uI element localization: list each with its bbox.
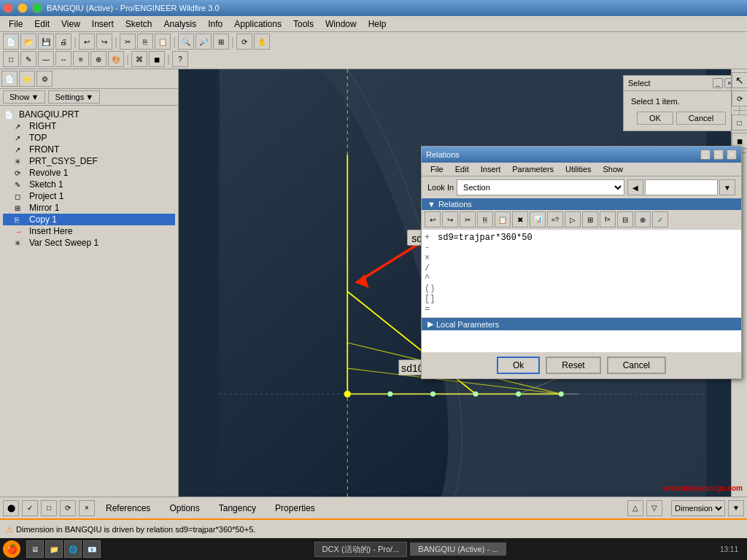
menu-sketch[interactable]: Sketch [120,18,158,31]
relations-maxrestore-btn[interactable]: □ [713,149,724,160]
tree-item-project[interactable]: ◻ Project 1 [3,190,175,202]
relations-collapse-icon[interactable]: ▼ [427,200,436,209]
rel-btn[interactable]: ≡ [73,51,89,67]
dimension-dropdown[interactable]: Dimension [671,500,725,516]
zoom-out-btn[interactable]: 🔎 [196,34,212,50]
taskbar-dcx[interactable]: DCX (活动的) - Pro/... [314,542,408,557]
taskbar-icon-2[interactable]: 📁 [45,540,63,558]
rotate-btn[interactable]: ⟳ [236,34,252,50]
param-btn[interactable]: ⊕ [90,51,107,67]
select-dialog-minimize[interactable]: _ [713,78,723,88]
open-btn[interactable]: 📂 [20,34,36,50]
tab-tangency[interactable]: Tangency [211,501,264,516]
shade-btn[interactable]: ◼ [149,51,165,67]
rel-menu-edit[interactable]: Edit [449,164,475,174]
section-dropdown[interactable]: Section [457,179,624,195]
relations-ok-button[interactable]: Ok [497,357,540,374]
tab-options[interactable]: Options [161,501,207,516]
menu-applications[interactable]: Applications [228,18,287,31]
rel-verify-btn[interactable]: =? [547,211,563,228]
paste-btn[interactable]: 📋 [155,34,171,50]
local-params-collapse-icon[interactable]: ▶ [427,319,433,329]
rel-more-btn[interactable]: ⊟ [617,211,633,228]
datum-btn[interactable]: — [38,51,54,67]
relations-close-btn[interactable]: × [727,149,737,160]
rel-redo-btn[interactable]: ↪ [442,211,458,228]
panel-icon-1[interactable]: 📄 [1,71,18,87]
fit-btn[interactable]: ⊞ [213,34,229,50]
relations-minimize-btn[interactable]: _ [700,149,711,160]
wire-btn[interactable]: ⌘ [131,51,147,67]
tab-properties[interactable]: Properties [267,501,323,516]
dropdown-expand[interactable]: ▼ [728,500,744,516]
look-in-input[interactable]: S2D0012 [645,179,718,195]
menu-tools[interactable]: Tools [287,18,320,31]
rectangle-btn[interactable]: □ [732,114,748,131]
tree-item-csys[interactable]: ✳ PRT_CSYS_DEF [3,155,175,167]
menu-view[interactable]: View [55,18,86,31]
rel-switch-btn[interactable]: ⊕ [635,211,651,228]
tree-item-root[interactable]: 📄 BANGQIU.PRT [3,109,175,120]
copy-btn[interactable]: ⎘ [137,34,153,50]
rel-check-btn[interactable]: ✓ [652,211,668,228]
rel-menu-utilities[interactable]: Utilities [560,164,597,174]
rel-menu-show[interactable]: Show [597,164,630,174]
new-btn[interactable]: 📄 [3,34,19,50]
print-btn[interactable]: 🖨 [55,34,71,50]
spin-up[interactable]: △ [627,500,643,516]
cut-btn[interactable]: ✂ [120,34,136,50]
bottom-icon-3[interactable]: □ [41,500,57,516]
tree-item-top[interactable]: ↗ TOP [3,132,175,144]
save-btn[interactable]: 💾 [38,34,54,50]
taskbar-icon-3[interactable]: 🌐 [64,540,82,558]
tree-item-copy[interactable]: ⎘ Copy 1 [3,214,175,225]
rel-menu-insert[interactable]: Insert [475,164,507,174]
undo-btn[interactable]: ↩ [79,34,95,50]
taskbar-icon-4[interactable]: 📧 [83,540,101,558]
pan-btn[interactable]: ✋ [254,34,270,50]
redo-btn[interactable]: ↪ [96,34,112,50]
menu-help[interactable]: Help [363,18,392,31]
bottom-icon-4[interactable]: ⟳ [60,500,76,516]
relations-editor[interactable]: + sd9=trajpar*360*50 - × / ^ () [] = [422,230,741,318]
rel-menu-file[interactable]: File [425,164,449,174]
relations-cancel-button[interactable]: Cancel [607,357,666,374]
rel-menu-parameters[interactable]: Parameters [506,164,560,174]
close-button[interactable] [3,3,13,13]
menu-analysis[interactable]: Analysis [158,18,203,31]
tree-item-front[interactable]: ↗ FRONT [3,144,175,155]
rel-function-btn[interactable]: f× [600,211,616,228]
tree-item-insert-here[interactable]: → Insert Here [3,225,175,237]
maximize-button[interactable] [32,3,42,13]
bottom-icon-5[interactable]: × [79,500,95,516]
minimize-button[interactable] [18,3,28,13]
spin-down[interactable]: ▽ [646,500,662,516]
taskbar-bangqiu[interactable]: BANGQIU (Active) - ... [410,542,506,556]
relations-reset-button[interactable]: Reset [546,357,600,374]
look-in-expand-btn[interactable]: ▼ [719,179,735,195]
tab-references[interactable]: References [98,501,158,516]
tree-item-revolve[interactable]: ⟳ Revolve 1 [3,167,175,179]
menu-file[interactable]: File [3,18,28,31]
display-btn[interactable]: 🎨 [108,51,124,67]
tree-item-sketch[interactable]: ✎ Sketch 1 [3,179,175,190]
settings-button[interactable]: Settings ▼ [48,90,100,104]
sketch-btn[interactable]: ✎ [20,51,36,67]
select-cancel-button[interactable]: Cancel [676,112,726,125]
rel-delete-btn[interactable]: ✖ [512,211,528,228]
bottom-icon-1[interactable]: ⬤ [3,500,19,516]
rel-table-btn[interactable]: ⊞ [582,211,598,228]
bottom-icon-2[interactable]: ✓ [22,500,38,516]
menu-info[interactable]: Info [202,18,228,31]
zoom-in-btn[interactable]: 🔍 [178,34,194,50]
help-icon-btn[interactable]: ? [172,51,188,67]
rel-copy-btn[interactable]: ⎘ [477,211,493,228]
tree-item-sweep[interactable]: ✳ Var Sect Sweep 1 [3,237,175,249]
rel-filter-btn[interactable]: ▷ [565,211,581,228]
tree-item-right[interactable]: ↗ RIGHT [3,120,175,132]
show-button[interactable]: Show ▼ [3,90,45,104]
rel-param-btn[interactable]: 📊 [530,211,546,228]
menu-window[interactable]: Window [320,18,363,31]
look-in-back-btn[interactable]: ◀ [627,179,643,195]
menu-insert[interactable]: Insert [86,18,120,31]
